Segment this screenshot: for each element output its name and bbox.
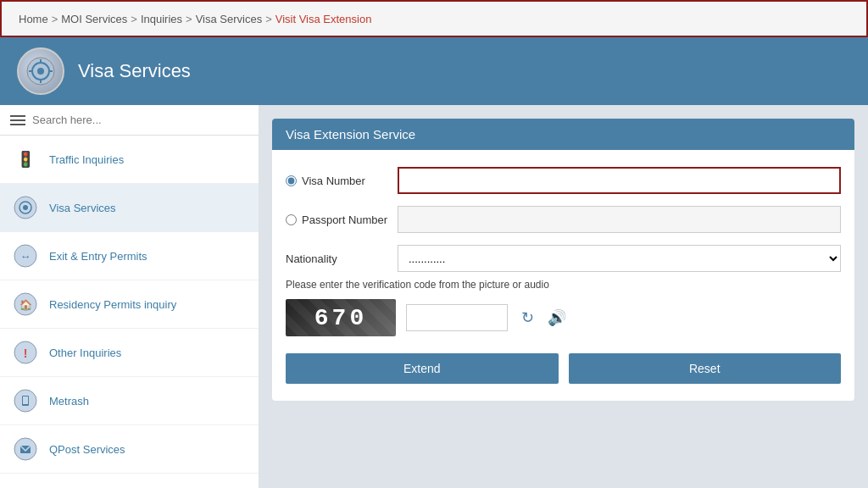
sidebar-label-other: Other Inquiries [49,347,121,359]
breadcrumb-inquiries[interactable]: Inquiries [141,13,182,25]
svg-point-9 [23,205,28,210]
captcha-instruction: Please enter the verification code from … [286,279,841,291]
passport-number-row: Passport Number [286,206,841,233]
right-panel: Visa Extension Service Visa Number Passp… [259,105,868,488]
sidebar-item-residency[interactable]: 🏠 Residency Permits inquiry [0,280,259,329]
breadcrumb-sep-1: > [52,13,58,25]
nationality-select[interactable]: ............ [398,245,841,272]
captcha-input[interactable] [406,304,508,331]
svg-text:↔: ↔ [20,250,31,263]
search-input[interactable] [32,114,248,126]
breadcrumb-sep-4: > [265,13,272,25]
sidebar-item-visa[interactable]: Visa Services [0,184,259,232]
svg-point-2 [37,68,44,75]
captcha-image: 670 [286,299,396,336]
sidebar-item-traffic[interactable]: 🚦 Traffic Inquiries [0,136,259,184]
svg-text:🏠: 🏠 [19,298,32,311]
breadcrumb-current: Visit Visa Extension [275,13,372,25]
refresh-captcha-button[interactable]: ↻ [518,305,537,330]
traffic-icon: 🚦 [10,144,41,175]
breadcrumb-sep-2: > [131,13,137,25]
sidebar-item-other[interactable]: ! Other Inquiries [0,329,259,377]
sidebar-item-exit-entry[interactable]: ↔ Exit & Entry Permits [0,232,259,280]
sidebar-label-residency: Residency Permits inquiry [49,298,176,311]
svg-rect-18 [23,396,28,404]
breadcrumb-home[interactable]: Home [19,13,48,25]
metrash-icon [10,385,41,416]
residency-icon: 🏠 [10,289,41,319]
sidebar-label-qpost: QPost Services [49,443,125,456]
passport-number-label: Passport Number [286,214,387,226]
visa-number-row: Visa Number [286,167,841,194]
sidebar-label-traffic: Traffic Inquiries [49,153,124,166]
main-content: 🚦 Traffic Inquiries Visa Services ↔ Exit [0,105,868,488]
svg-text:!: ! [24,347,28,360]
nationality-row: Nationality ............ [286,245,841,272]
sidebar-item-qpost[interactable]: QPost Services [0,425,259,474]
form-title: Visa Extension Service [286,127,415,141]
visa-extension-form-card: Visa Extension Service Visa Number Passp… [272,119,854,401]
captcha-actions: ↻ 🔊 [518,305,570,330]
passport-number-input[interactable] [398,206,841,233]
sidebar-label-metrash: Metrash [49,395,89,408]
breadcrumb-visa[interactable]: Visa Services [196,13,263,25]
visa-icon [10,192,41,223]
page-title: Visa Services [78,60,191,82]
breadcrumb-moi[interactable]: MOI Services [61,13,127,25]
reset-button[interactable]: Reset [569,353,842,384]
nationality-label: Nationality [286,252,387,265]
captcha-text: 670 [314,305,367,331]
hamburger-line-1 [10,115,25,117]
visa-number-input[interactable] [398,167,841,194]
sidebar-search-bar[interactable] [0,105,259,136]
passport-number-radio[interactable] [286,214,297,225]
captcha-row: 670 ↻ 🔊 [286,299,841,336]
sidebar-label-visa: Visa Services [49,202,116,214]
sidebar-item-metrash[interactable]: Metrash [0,377,259,425]
visa-services-logo [17,47,64,95]
hamburger-line-2 [10,119,25,121]
breadcrumb-sep-3: > [186,13,192,25]
visa-number-radio[interactable] [286,175,297,186]
exit-entry-icon: ↔ [10,241,41,271]
visa-number-label: Visa Number [286,175,387,187]
hamburger-menu[interactable] [10,115,25,125]
header-banner: Visa Services [0,37,868,105]
form-card-header: Visa Extension Service [272,119,854,150]
extend-button[interactable]: Extend [286,353,559,384]
other-icon: ! [10,337,41,368]
form-card-body: Visa Number Passport Number Nationality [272,150,854,401]
breadcrumb: Home > MOI Services > Inquiries > Visa S… [0,0,868,37]
hamburger-line-3 [10,124,25,125]
sidebar: 🚦 Traffic Inquiries Visa Services ↔ Exit [0,105,259,488]
form-buttons: Extend Reset [286,353,841,384]
qpost-icon [10,434,41,464]
sidebar-label-exit-entry: Exit & Entry Permits [49,250,147,263]
audio-captcha-button[interactable]: 🔊 [544,305,570,330]
